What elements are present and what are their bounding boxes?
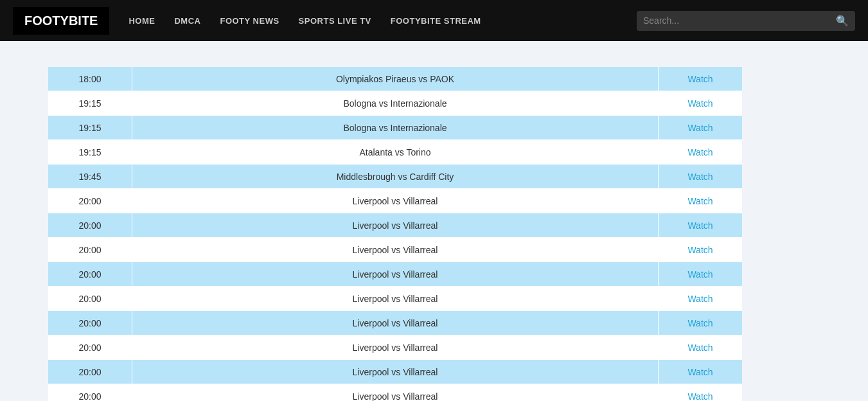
watch-link[interactable]: Watch: [687, 123, 713, 133]
watch-cell: Watch: [659, 171, 742, 183]
site-logo[interactable]: FOOTYBITE: [13, 7, 109, 35]
match-name: Middlesbrough vs Cardiff City: [132, 172, 658, 182]
watch-link[interactable]: Watch: [687, 220, 713, 231]
watch-cell: Watch: [659, 391, 742, 402]
match-name: Liverpool vs Villarreal: [132, 318, 658, 328]
match-time: 19:15: [48, 123, 132, 133]
match-time: 18:00: [48, 74, 132, 84]
watch-link[interactable]: Watch: [687, 147, 713, 157]
watch-link[interactable]: Watch: [687, 391, 713, 402]
watch-link[interactable]: Watch: [687, 98, 713, 109]
watch-cell: Watch: [659, 366, 742, 378]
site-header: FOOTYBITE HOME DMCA FOOTY NEWS SPORTS LI…: [0, 0, 868, 41]
match-time: 20:00: [48, 391, 132, 402]
match-name: Liverpool vs Villarreal: [132, 294, 658, 304]
watch-link[interactable]: Watch: [687, 74, 713, 84]
watch-link[interactable]: Watch: [687, 269, 713, 280]
table-row: 19:15Bologna vs InternazionaleWatch: [48, 116, 742, 140]
match-name: Olympiakos Piraeus vs PAOK: [132, 74, 658, 84]
table-row: 20:00Liverpool vs VillarrealWatch: [48, 335, 742, 360]
match-name: Liverpool vs Villarreal: [132, 343, 658, 353]
table-row: 19:15Bologna vs InternazionaleWatch: [48, 91, 742, 116]
nav-home[interactable]: HOME: [128, 16, 155, 26]
nav-dmca[interactable]: DMCA: [174, 16, 200, 26]
match-name: Liverpool vs Villarreal: [132, 245, 658, 255]
match-name: Liverpool vs Villarreal: [132, 220, 658, 231]
schedule-table: 18:00Olympiakos Piraeus vs PAOKWatch19:1…: [48, 67, 742, 401]
watch-cell: Watch: [659, 147, 742, 158]
table-row: 20:00Liverpool vs VillarrealWatch: [48, 238, 742, 262]
table-row: 20:00Liverpool vs VillarrealWatch: [48, 311, 742, 335]
table-row: 20:00Liverpool vs VillarrealWatch: [48, 360, 742, 384]
match-time: 20:00: [48, 245, 132, 255]
match-name: Liverpool vs Villarreal: [132, 269, 658, 280]
watch-cell: Watch: [659, 269, 742, 280]
watch-cell: Watch: [659, 220, 742, 231]
watch-link[interactable]: Watch: [687, 196, 713, 206]
watch-link[interactable]: Watch: [687, 367, 713, 377]
match-time: 19:15: [48, 147, 132, 157]
match-name: Bologna vs Internazionale: [132, 98, 658, 109]
watch-cell: Watch: [659, 195, 742, 207]
table-row: 20:00Liverpool vs VillarrealWatch: [48, 189, 742, 213]
match-name: Liverpool vs Villarreal: [132, 196, 658, 206]
nav-footybite-stream[interactable]: FOOTYBITE STREAM: [391, 16, 481, 26]
table-row: 20:00Liverpool vs VillarrealWatch: [48, 287, 742, 311]
watch-link[interactable]: Watch: [687, 294, 713, 304]
watch-cell: Watch: [659, 342, 742, 353]
match-time: 20:00: [48, 220, 132, 231]
match-time: 20:00: [48, 318, 132, 328]
watch-cell: Watch: [659, 244, 742, 256]
match-time: 19:45: [48, 172, 132, 182]
table-row: 19:45Middlesbrough vs Cardiff CityWatch: [48, 165, 742, 189]
watch-cell: Watch: [659, 293, 742, 305]
main-nav: HOME DMCA FOOTY NEWS SPORTS LIVE TV FOOT…: [128, 16, 637, 26]
watch-link[interactable]: Watch: [687, 172, 713, 182]
search-box: 🔍: [637, 11, 855, 31]
match-name: Liverpool vs Villarreal: [132, 367, 658, 377]
nav-footy-news[interactable]: FOOTY NEWS: [220, 16, 279, 26]
table-row: 20:00Liverpool vs VillarrealWatch: [48, 384, 742, 401]
watch-link[interactable]: Watch: [687, 318, 713, 328]
match-name: Atalanta vs Torino: [132, 147, 658, 157]
watch-cell: Watch: [659, 122, 742, 134]
watch-link[interactable]: Watch: [687, 245, 713, 255]
table-row: 19:15Atalanta vs TorinoWatch: [48, 140, 742, 165]
search-input[interactable]: [643, 15, 836, 26]
watch-link[interactable]: Watch: [687, 343, 713, 353]
match-name: Liverpool vs Villarreal: [132, 391, 658, 402]
nav-sports-live-tv[interactable]: SPORTS LIVE TV: [299, 16, 371, 26]
watch-cell: Watch: [659, 317, 742, 329]
main-content: 18:00Olympiakos Piraeus vs PAOKWatch19:1…: [0, 41, 868, 401]
match-time: 20:00: [48, 269, 132, 280]
match-time: 20:00: [48, 367, 132, 377]
match-time: 19:15: [48, 98, 132, 109]
match-name: Bologna vs Internazionale: [132, 123, 658, 133]
match-time: 20:00: [48, 343, 132, 353]
table-row: 18:00Olympiakos Piraeus vs PAOKWatch: [48, 67, 742, 91]
table-row: 20:00Liverpool vs VillarrealWatch: [48, 213, 742, 238]
watch-cell: Watch: [659, 98, 742, 109]
watch-cell: Watch: [659, 73, 742, 85]
match-time: 20:00: [48, 294, 132, 304]
table-row: 20:00Liverpool vs VillarrealWatch: [48, 262, 742, 287]
match-time: 20:00: [48, 196, 132, 206]
search-icon[interactable]: 🔍: [836, 15, 849, 27]
